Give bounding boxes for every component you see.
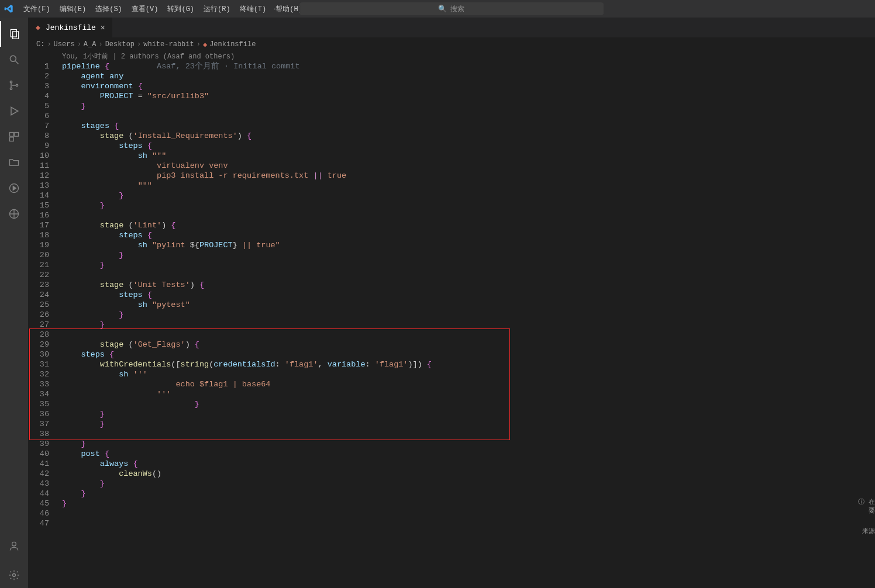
menu-item[interactable]: 终端(T) — [235, 3, 271, 16]
code-line[interactable] — [57, 330, 875, 340]
breadcrumb-segment[interactable]: C: — [36, 40, 44, 49]
menu-item[interactable]: 选择(S) — [91, 3, 127, 16]
run-debug-icon[interactable] — [0, 98, 28, 124]
code-line[interactable] — [57, 509, 875, 518]
code-line[interactable]: steps { — [57, 290, 875, 300]
code-line[interactable]: stages { — [57, 121, 875, 131]
code-line[interactable]: } — [57, 489, 875, 499]
menu-item[interactable]: 转到(G) — [163, 3, 199, 16]
activity-bar — [0, 18, 28, 588]
folder-icon[interactable] — [0, 150, 28, 175]
code-content[interactable]: pipeline { Asaf, 23个月前 · Initial commit … — [57, 61, 875, 528]
breadcrumb-segment[interactable]: white-rabbit — [143, 40, 194, 49]
code-line[interactable]: post { — [57, 449, 875, 459]
code-line[interactable] — [57, 518, 875, 528]
code-line[interactable]: } — [57, 409, 875, 419]
code-line[interactable]: steps { — [57, 141, 875, 151]
codelens-authors[interactable]: You, 1小时前 | 2 authors (Asaf and others) — [28, 51, 875, 61]
code-line[interactable] — [57, 111, 875, 121]
code-line[interactable]: pip3 install -r requirements.txt || true — [57, 171, 875, 181]
menu-item[interactable]: 编辑(E) — [55, 3, 91, 16]
code-line[interactable]: echo $flag1 | base64 — [57, 379, 875, 389]
explorer-icon[interactable] — [0, 21, 28, 47]
code-editor[interactable]: 1234567891011121314151617181920212223242… — [28, 61, 875, 588]
menu-item[interactable]: 运行(R) — [199, 3, 235, 16]
svg-point-15 — [13, 574, 16, 577]
code-line[interactable]: } — [57, 439, 875, 449]
code-line[interactable] — [57, 270, 875, 280]
code-line[interactable]: PROJECT = "src/urllib3" — [57, 91, 875, 101]
nav-back-icon[interactable]: ← — [271, 4, 281, 15]
close-icon[interactable]: ✕ — [99, 23, 106, 32]
svg-rect-8 — [10, 133, 14, 137]
code-line[interactable]: } — [57, 260, 875, 270]
test-icon[interactable] — [0, 175, 28, 201]
extensions-icon[interactable] — [0, 124, 28, 150]
code-line[interactable]: } — [57, 320, 875, 330]
code-line[interactable]: } — [57, 479, 875, 489]
jenkinsfile-icon: ◆ — [203, 40, 207, 49]
command-center-search[interactable]: 🔍 搜索 — [299, 2, 604, 15]
menu-item[interactable]: 查看(V) — [127, 3, 163, 16]
notice-line: 来源 — [857, 527, 875, 535]
code-line[interactable]: sh ''' — [57, 369, 875, 379]
code-line[interactable]: } — [57, 250, 875, 260]
breadcrumbs[interactable]: C:›Users›A_A›Desktop›white-rabbit›◆Jenki… — [28, 38, 875, 51]
code-line[interactable]: } — [57, 310, 875, 320]
code-line[interactable]: ''' — [57, 389, 875, 399]
code-line[interactable]: } — [57, 191, 875, 200]
tab-jenkinsfile[interactable]: ◆ Jenkinsfile ✕ — [28, 18, 113, 37]
vscode-icon — [4, 4, 14, 14]
code-line[interactable]: withCredentials([string(credentialsId: '… — [57, 359, 875, 369]
breadcrumb-label: Desktop — [105, 40, 135, 49]
code-line[interactable]: always { — [57, 459, 875, 469]
jenkinsfile-icon: ◆ — [34, 23, 42, 32]
code-line[interactable]: sh "pytest" — [57, 300, 875, 310]
notice-line: ⓘ 在 — [857, 497, 875, 506]
code-line[interactable] — [57, 429, 875, 439]
code-line[interactable]: sh """ — [57, 151, 875, 161]
svg-rect-0 — [11, 30, 16, 37]
gear-icon[interactable] — [0, 562, 28, 588]
blame-annotation: Asaf, 23个月前 · Initial commit — [109, 62, 300, 71]
chevron-right-icon: › — [98, 40, 102, 49]
code-line[interactable]: pipeline { Asaf, 23个月前 · Initial commit — [57, 61, 875, 71]
breadcrumb-segment[interactable]: A_A — [84, 40, 97, 49]
code-line[interactable]: } — [57, 101, 875, 111]
chevron-right-icon: › — [197, 40, 201, 49]
line-number-gutter: 1234567891011121314151617181920212223242… — [28, 61, 57, 528]
nav-forward-icon[interactable]: → — [285, 4, 295, 15]
breadcrumb-segment[interactable]: ◆Jenkinsfile — [203, 40, 256, 49]
code-line[interactable]: } — [57, 200, 875, 210]
search-panel-icon[interactable] — [0, 47, 28, 72]
search-placeholder: 搜索 — [450, 4, 464, 14]
accounts-icon[interactable] — [0, 533, 28, 559]
code-line[interactable]: stage ('Unit Tests') { — [57, 280, 875, 290]
svg-line-3 — [16, 61, 19, 64]
code-line[interactable]: stage ('Install_Requirements') { — [57, 131, 875, 141]
code-line[interactable]: stage ('Lint') { — [57, 220, 875, 230]
code-line[interactable]: """ — [57, 181, 875, 191]
code-line[interactable]: sh "pylint ${PROJECT} || true" — [57, 240, 875, 250]
menu-item[interactable]: 文件(F) — [19, 3, 55, 16]
source-control-icon[interactable] — [0, 72, 28, 98]
tab-title: Jenkinsfile — [46, 23, 96, 32]
remote-icon[interactable] — [0, 201, 28, 227]
search-icon: 🔍 — [438, 5, 447, 13]
code-line[interactable]: } — [57, 399, 875, 409]
code-line[interactable]: virtualenv venv — [57, 161, 875, 171]
breadcrumb-segment[interactable]: Desktop — [105, 40, 135, 49]
breadcrumb-label: A_A — [84, 40, 97, 49]
code-line[interactable]: steps { — [57, 230, 875, 240]
code-line[interactable]: stage ('Get_Flags') { — [57, 340, 875, 350]
code-line[interactable] — [57, 210, 875, 220]
code-line[interactable]: } — [57, 499, 875, 509]
code-line[interactable]: steps { — [57, 350, 875, 359]
breadcrumb-segment[interactable]: Users — [54, 40, 75, 49]
svg-rect-1 — [13, 32, 19, 39]
code-line[interactable]: environment { — [57, 81, 875, 91]
code-line[interactable]: } — [57, 419, 875, 429]
svg-point-5 — [10, 88, 12, 89]
code-line[interactable]: agent any — [57, 71, 875, 81]
code-line[interactable]: cleanWs() — [57, 469, 875, 479]
